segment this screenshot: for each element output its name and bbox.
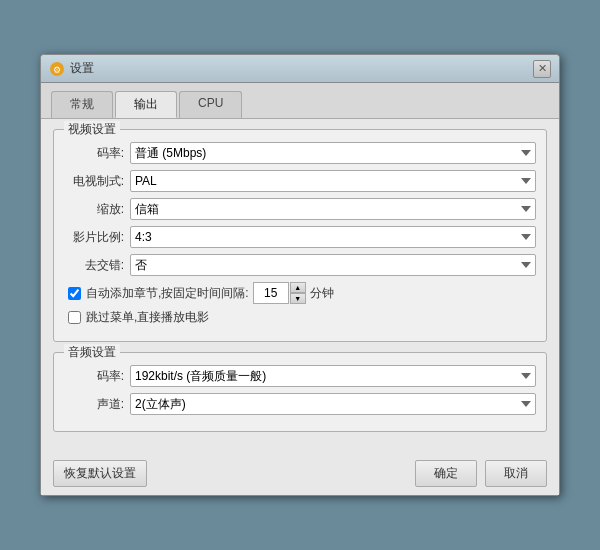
spinbox-buttons: ▲ ▼ bbox=[290, 282, 306, 304]
auto-chapter-label: 自动添加章节,按固定时间间隔: bbox=[86, 285, 249, 302]
tvformat-label: 电视制式: bbox=[64, 173, 124, 190]
audio-settings-section: 音频设置 码率: 192kbit/s (音频质量一般) 128kbit/s 32… bbox=[53, 352, 547, 432]
audio-bitrate-row: 码率: 192kbit/s (音频质量一般) 128kbit/s 320kbit… bbox=[64, 365, 536, 387]
audio-section-title: 音频设置 bbox=[64, 344, 120, 361]
skip-menu-checkbox[interactable] bbox=[68, 311, 81, 324]
spinbox-up-button[interactable]: ▲ bbox=[290, 282, 306, 293]
close-button[interactable]: ✕ bbox=[533, 60, 551, 78]
chapter-interval-input[interactable] bbox=[253, 282, 289, 304]
deinterlace-select[interactable]: 否 是 bbox=[130, 254, 536, 276]
ratio-label: 影片比例: bbox=[64, 229, 124, 246]
tab-output[interactable]: 输出 bbox=[115, 91, 177, 118]
titlebar: ⚙ 设置 ✕ bbox=[41, 55, 559, 83]
window-icon: ⚙ bbox=[49, 61, 65, 77]
channels-row: 声道: 2(立体声) 1(单声道) 5.1(环绕声) bbox=[64, 393, 536, 415]
chapter-interval-unit: 分钟 bbox=[310, 285, 334, 302]
video-settings-section: 视频设置 码率: 普通 (5Mbps) 低 (2Mbps) 高 (8Mbps) … bbox=[53, 129, 547, 342]
deinterlace-row: 去交错: 否 是 bbox=[64, 254, 536, 276]
channels-label: 声道: bbox=[64, 396, 124, 413]
audio-bitrate-select[interactable]: 192kbit/s (音频质量一般) 128kbit/s 320kbit/s bbox=[130, 365, 536, 387]
settings-window: ⚙ 设置 ✕ 常规 输出 CPU 视频设置 码率: 普通 (5Mbps) 低 (… bbox=[40, 54, 560, 496]
bitrate-select[interactable]: 普通 (5Mbps) 低 (2Mbps) 高 (8Mbps) bbox=[130, 142, 536, 164]
cancel-button[interactable]: 取消 bbox=[485, 460, 547, 487]
scale-row: 缩放: 信箱 拉伸 裁剪 bbox=[64, 198, 536, 220]
tab-cpu[interactable]: CPU bbox=[179, 91, 242, 118]
ratio-select[interactable]: 4:3 16:9 自动 bbox=[130, 226, 536, 248]
svg-text:⚙: ⚙ bbox=[53, 65, 61, 75]
scale-label: 缩放: bbox=[64, 201, 124, 218]
skip-menu-row: 跳过菜单,直接播放电影 bbox=[68, 309, 536, 326]
tab-bar: 常规 输出 CPU bbox=[41, 83, 559, 119]
bottom-bar: 恢复默认设置 确定 取消 bbox=[41, 452, 559, 495]
auto-chapter-checkbox[interactable] bbox=[68, 287, 81, 300]
bitrate-row: 码率: 普通 (5Mbps) 低 (2Mbps) 高 (8Mbps) bbox=[64, 142, 536, 164]
bitrate-label: 码率: bbox=[64, 145, 124, 162]
tvformat-select[interactable]: PAL NTSC bbox=[130, 170, 536, 192]
skip-menu-label: 跳过菜单,直接播放电影 bbox=[86, 309, 209, 326]
window-title: 设置 bbox=[70, 60, 533, 77]
video-section-title: 视频设置 bbox=[64, 121, 120, 138]
spinbox-down-button[interactable]: ▼ bbox=[290, 293, 306, 304]
restore-defaults-button[interactable]: 恢复默认设置 bbox=[53, 460, 147, 487]
ok-button[interactable]: 确定 bbox=[415, 460, 477, 487]
audio-bitrate-label: 码率: bbox=[64, 368, 124, 385]
auto-chapter-row: 自动添加章节,按固定时间间隔: ▲ ▼ 分钟 bbox=[68, 282, 536, 304]
chapter-interval-spinbox: ▲ ▼ 分钟 bbox=[253, 282, 334, 304]
channels-select[interactable]: 2(立体声) 1(单声道) 5.1(环绕声) bbox=[130, 393, 536, 415]
tab-content: 视频设置 码率: 普通 (5Mbps) 低 (2Mbps) 高 (8Mbps) … bbox=[41, 119, 559, 452]
ratio-row: 影片比例: 4:3 16:9 自动 bbox=[64, 226, 536, 248]
scale-select[interactable]: 信箱 拉伸 裁剪 bbox=[130, 198, 536, 220]
tvformat-row: 电视制式: PAL NTSC bbox=[64, 170, 536, 192]
deinterlace-label: 去交错: bbox=[64, 257, 124, 274]
tab-general[interactable]: 常规 bbox=[51, 91, 113, 118]
